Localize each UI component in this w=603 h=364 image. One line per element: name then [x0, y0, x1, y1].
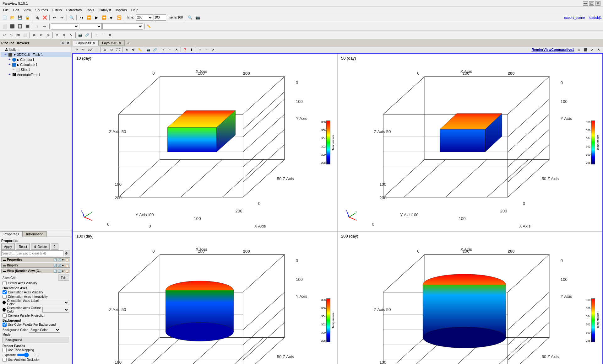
search-options-btn[interactable]: ⚙	[65, 250, 70, 256]
v-btn15[interactable]: ✕	[107, 32, 113, 38]
tb2-btn1[interactable]: ⬜	[1, 23, 8, 30]
exposure-slider[interactable]	[17, 352, 36, 357]
loop-button[interactable]: 🔁	[116, 14, 122, 21]
open-button[interactable]: 📂	[9, 14, 16, 21]
vt-info[interactable]: ℹ	[188, 46, 195, 53]
background-button[interactable]: Background	[3, 337, 69, 343]
menu-tools[interactable]: Tools	[84, 8, 96, 13]
section-view-header[interactable]: ▬ View (Render View (C... 🔄 🔄 ↩ 📋	[1, 269, 70, 273]
section-properties-header[interactable]: ▬ Properties 🔄 🔄 ↩ 📋	[1, 257, 70, 262]
tab-layout1-close[interactable]: ✕	[93, 41, 95, 45]
reset-button[interactable]: Reset	[16, 244, 30, 250]
tb2-btn6[interactable]: ↔	[41, 23, 48, 30]
vt-close[interactable]: ✕	[173, 46, 180, 53]
vt-3d[interactable]: 3D	[87, 46, 93, 53]
center-axes-checkbox[interactable]	[3, 281, 7, 285]
vt-measure[interactable]: 📏	[137, 46, 143, 53]
play-button[interactable]: ▶	[93, 14, 100, 21]
undo-button[interactable]: ↩	[51, 14, 58, 21]
orient-interactivity-checkbox[interactable]	[3, 295, 7, 299]
vt-link[interactable]: 🔗	[152, 46, 158, 53]
pipeline-item-builtin[interactable]: 🖧 builtin:	[1, 47, 71, 52]
tb2-btn3[interactable]: 🔲	[16, 23, 23, 30]
v-btn5[interactable]: ⊕	[31, 32, 37, 38]
tb2-btn2[interactable]: ⬛	[9, 23, 16, 30]
tab-information[interactable]: Information	[23, 231, 47, 237]
pipeline-ctrl-2[interactable]: ✕	[66, 41, 70, 45]
vt-X[interactable]: ✕	[210, 46, 216, 53]
tone-mapping-checkbox[interactable]	[3, 348, 7, 352]
vt-undo[interactable]: ↩	[73, 46, 80, 53]
tb2-btn5[interactable]: ↕	[34, 23, 41, 30]
vt-camera[interactable]: 📷	[145, 46, 151, 53]
v-btn3[interactable]: 3D	[15, 32, 21, 38]
v-btn13[interactable]: +	[93, 32, 99, 38]
vt-zoom-in[interactable]: ⊕	[102, 46, 108, 53]
pipeline-item-calc1[interactable]: 👁 🟦 ▶ Calculator1	[1, 62, 71, 67]
v-btn6[interactable]: ⊖	[38, 32, 44, 38]
vt-minus2[interactable]: −	[204, 46, 210, 53]
next-frame-button[interactable]: ⏩	[100, 14, 107, 21]
v-btn7[interactable]: ◎	[45, 32, 51, 38]
vt-fit[interactable]: ⛶	[115, 46, 121, 53]
tab-layout3[interactable]: Layout #3 ✕	[99, 40, 124, 46]
export-scene-link[interactable]: export_scene	[564, 16, 585, 19]
view-type-select[interactable]	[80, 23, 102, 29]
loadobj-link[interactable]: loadobj1	[589, 16, 602, 19]
menu-catalyst[interactable]: Catalyst	[97, 8, 113, 13]
layout-select[interactable]	[51, 23, 79, 29]
close-button[interactable]: ✕	[595, 1, 600, 6]
save-button[interactable]: 💾	[16, 14, 23, 21]
v-btn10[interactable]: ⤡	[68, 32, 74, 38]
connect-button[interactable]: 🔌	[34, 14, 41, 21]
delete-button[interactable]: 🗑 Delete	[31, 244, 50, 250]
pipeline-item-task1[interactable]: 👁 ⬛ ▼ 3DEX16 - Task 1	[1, 52, 71, 57]
bg-color-mode-select[interactable]: Single Color	[29, 327, 60, 333]
outline-color-select[interactable]	[42, 307, 69, 313]
expand-icon-task1[interactable]: ▼	[13, 53, 16, 56]
v-btn11[interactable]: 📷	[77, 32, 83, 38]
vt-split-h[interactable]: ⬛	[582, 46, 589, 53]
ambient-occlusion-checkbox[interactable]	[3, 358, 7, 362]
vt-minus[interactable]: −	[167, 46, 173, 53]
v-btn4[interactable]: ⬜	[22, 32, 28, 38]
maximize-button[interactable]: □	[589, 1, 594, 6]
vt-zoom-out[interactable]: ⊖	[108, 46, 115, 53]
menu-macros[interactable]: Macros	[114, 8, 129, 13]
help-button[interactable]: ?	[51, 244, 58, 250]
vt-expand[interactable]: ⤢	[589, 46, 595, 53]
vt-query[interactable]: ❓	[182, 46, 188, 53]
find-data-button[interactable]: 🔍	[68, 14, 75, 21]
minimize-button[interactable]: —	[583, 1, 588, 6]
v-btn12[interactable]: 🔗	[84, 32, 90, 38]
pipeline-item-slice1[interactable]: 👁 ⬜ Slice1	[1, 67, 71, 72]
vt-interact[interactable]: 🖱	[123, 46, 130, 53]
expand-icon-calc1[interactable]: ▶	[17, 63, 19, 67]
pipeline-item-annotate1[interactable]: 👁 🅰 AnnotateTime1	[1, 72, 71, 77]
expand-icon-contour1[interactable]: ▶	[17, 58, 19, 62]
tab-add-button[interactable]: +	[125, 40, 132, 46]
tb2-btn4[interactable]: 🔳	[24, 23, 31, 30]
v-btn1[interactable]: ↩	[1, 32, 8, 38]
new-button[interactable]: 📄	[1, 14, 8, 21]
vt-pick[interactable]: ✥	[130, 46, 136, 53]
vt-plus2[interactable]: +	[197, 46, 203, 53]
vt-add[interactable]: +	[160, 46, 166, 53]
vt-close2[interactable]: ✕	[595, 46, 602, 53]
camera-button[interactable]: 📷	[194, 14, 201, 21]
section-display-header[interactable]: ▬ Display 🔄 🔄 ↩ 📋	[1, 263, 70, 268]
time-select[interactable]: 200	[136, 14, 153, 21]
menu-extractors[interactable]: Extractors	[64, 8, 84, 13]
label-color-select[interactable]	[42, 300, 69, 305]
axes-grid-edit-btn[interactable]: Edit	[58, 275, 69, 281]
vt-grid-view[interactable]: ⊞	[576, 46, 582, 53]
camera-parallel-checkbox[interactable]	[3, 313, 7, 318]
disconnect-button[interactable]: ❌	[41, 14, 48, 21]
tab-properties[interactable]: Properties	[0, 231, 23, 237]
menu-file[interactable]: File	[1, 8, 11, 13]
pipeline-item-contour1[interactable]: 👁 🔵 ▶ Contour1	[1, 57, 71, 62]
apply-button[interactable]: Apply	[1, 244, 15, 250]
prev-frame-button[interactable]: ⏪	[85, 14, 92, 21]
zoom-button[interactable]: 🔍	[187, 14, 193, 21]
last-frame-button[interactable]: ⏭	[108, 14, 115, 21]
